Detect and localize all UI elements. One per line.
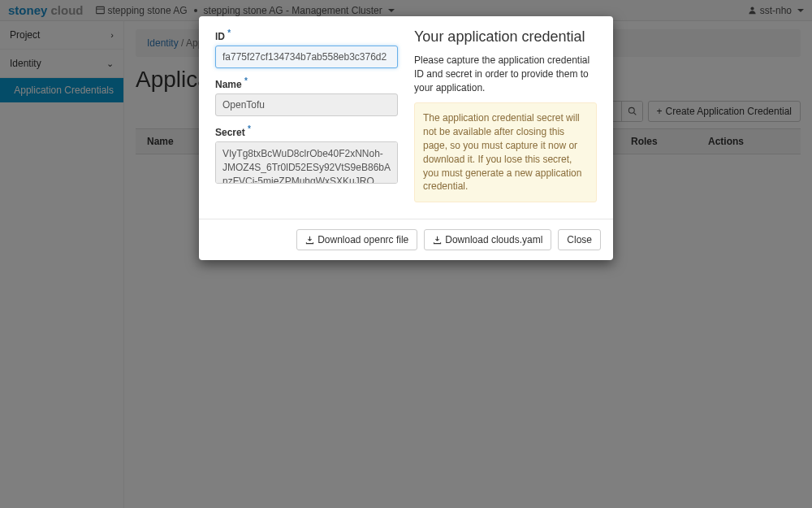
modal-instructions: Please capture the application credentia… <box>414 54 597 94</box>
modal-footer: Download openrc file Download clouds.yam… <box>199 219 613 260</box>
modal-overlay: ID * Name * Secret * VIyTg8txBcWuD8clrOb… <box>0 0 812 508</box>
id-field[interactable] <box>215 46 398 68</box>
modal-warning: The application credential secret will n… <box>414 102 597 202</box>
id-label: ID * <box>215 28 231 42</box>
close-button[interactable]: Close <box>558 229 601 250</box>
button-label: Download clouds.yaml <box>445 234 542 245</box>
download-openrc-button[interactable]: Download openrc file <box>296 229 417 250</box>
name-field[interactable] <box>215 93 398 116</box>
credential-modal: ID * Name * Secret * VIyTg8txBcWuD8clrOb… <box>199 16 613 260</box>
download-icon <box>305 236 314 245</box>
modal-form: ID * Name * Secret * VIyTg8txBcWuD8clrOb… <box>215 28 398 202</box>
button-label: Download openrc file <box>317 234 408 245</box>
secret-field[interactable]: VIyTg8txBcWuD8clrObe40F2xNNoh-JMOZ4S_6Tr… <box>215 141 398 184</box>
modal-heading: Your application credential <box>414 28 597 46</box>
download-clouds-button[interactable]: Download clouds.yaml <box>424 229 551 250</box>
secret-label: Secret * <box>215 124 251 138</box>
modal-info: Your application credential Please captu… <box>414 28 597 202</box>
name-label: Name * <box>215 76 248 90</box>
download-icon <box>433 236 442 245</box>
